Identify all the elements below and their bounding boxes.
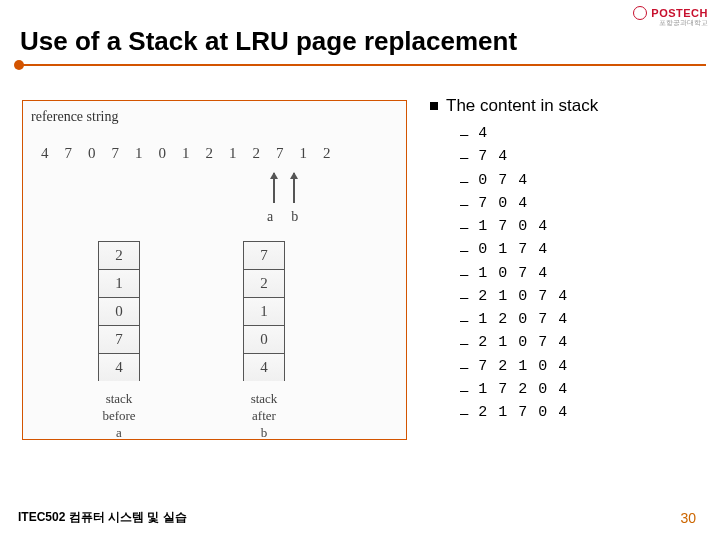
list-item: –7 2 1 0 4 (460, 355, 598, 378)
stack-after-label: stack after b (243, 391, 285, 442)
list-header: The content in stack (430, 96, 598, 116)
list-item: –7 0 4 (460, 192, 598, 215)
ref-val: 2 (206, 145, 214, 162)
list-item-text: 7 4 (478, 145, 508, 168)
figure-box: reference string 4 7 0 7 1 0 1 2 1 2 7 1… (22, 100, 407, 440)
list-item-text: 1 2 0 7 4 (478, 308, 568, 331)
dash-icon: – (460, 215, 468, 238)
stack-label-line: stack (243, 391, 285, 408)
list-item-text: 2 1 7 0 4 (478, 401, 568, 424)
arrow-label-a: a (267, 209, 273, 225)
stack-cell: 7 (98, 325, 140, 353)
list-header-text: The content in stack (446, 96, 598, 116)
logo-emblem-icon (633, 6, 647, 20)
list-item: –7 4 (460, 145, 598, 168)
stack-cell: 7 (243, 241, 285, 269)
square-bullet-icon (430, 102, 438, 110)
dash-icon: – (460, 355, 468, 378)
list-item-text: 1 7 0 4 (478, 215, 548, 238)
ref-val: 1 (300, 145, 308, 162)
list-item-text: 2 1 0 7 4 (478, 285, 568, 308)
ref-val: 0 (159, 145, 167, 162)
list-item-text: 1 0 7 4 (478, 262, 548, 285)
list-item-text: 0 7 4 (478, 169, 528, 192)
stack-before: 2 1 0 7 4 stack before a (98, 241, 140, 442)
arrows-group (273, 173, 295, 203)
stack-cell: 1 (98, 269, 140, 297)
stack-label-line: stack (98, 391, 140, 408)
dash-icon: – (460, 238, 468, 261)
list-item-text: 4 (478, 122, 488, 145)
dash-icon: – (460, 145, 468, 168)
ref-val: 1 (182, 145, 190, 162)
list-item: –0 1 7 4 (460, 238, 598, 261)
stack-after: 7 2 1 0 4 stack after b (243, 241, 285, 442)
slide-title: Use of a Stack at LRU page replacement (20, 26, 517, 57)
dash-icon: – (460, 401, 468, 424)
stack-cell: 4 (98, 353, 140, 381)
stack-label-line: before (98, 408, 140, 425)
stack-cell: 0 (98, 297, 140, 325)
list-item-text: 7 0 4 (478, 192, 528, 215)
stack-cell: 2 (243, 269, 285, 297)
list-item: –0 7 4 (460, 169, 598, 192)
list-item-text: 7 2 1 0 4 (478, 355, 568, 378)
footer-course: ITEC502 컴퓨터 시스템 및 실습 (18, 509, 187, 526)
list-item: –2 1 7 0 4 (460, 401, 598, 424)
stack-label-line: after (243, 408, 285, 425)
ref-val: 1 (135, 145, 143, 162)
content-list: The content in stack –4 –7 4 –0 7 4 –7 0… (430, 96, 598, 424)
arrow-up-icon (293, 173, 295, 203)
dash-icon: – (460, 192, 468, 215)
list-item: –1 0 7 4 (460, 262, 598, 285)
ref-string-row: 4 7 0 7 1 0 1 2 1 2 7 1 2 (41, 145, 331, 162)
list-item: –1 7 2 0 4 (460, 378, 598, 401)
stack-cell: 0 (243, 325, 285, 353)
dash-icon: – (460, 169, 468, 192)
ref-string-label: reference string (31, 109, 398, 125)
list-item: –2 1 0 7 4 (460, 331, 598, 354)
ref-val: 7 (65, 145, 73, 162)
dash-icon: – (460, 122, 468, 145)
list-items: –4 –7 4 –0 7 4 –7 0 4 –1 7 0 4 –0 1 7 4 … (460, 122, 598, 424)
page-number: 30 (680, 510, 696, 526)
title-rule (20, 64, 706, 66)
dash-icon: – (460, 378, 468, 401)
stack-cell: 4 (243, 353, 285, 381)
list-item: –1 2 0 7 4 (460, 308, 598, 331)
dash-icon: – (460, 308, 468, 331)
list-item: –2 1 0 7 4 (460, 285, 598, 308)
list-item-text: 1 7 2 0 4 (478, 378, 568, 401)
logo-subtitle: 포항공과대학교 (659, 18, 708, 28)
list-item: –1 7 0 4 (460, 215, 598, 238)
list-item: –4 (460, 122, 598, 145)
stack-cell: 2 (98, 241, 140, 269)
dash-icon: – (460, 331, 468, 354)
stack-cell: 1 (243, 297, 285, 325)
ref-val: 2 (323, 145, 331, 162)
ref-val: 7 (276, 145, 284, 162)
stack-label-line: b (243, 425, 285, 442)
ref-val: 1 (229, 145, 237, 162)
stack-label-line: a (98, 425, 140, 442)
arrow-label-b: b (291, 209, 298, 225)
stack-before-label: stack before a (98, 391, 140, 442)
list-item-text: 0 1 7 4 (478, 238, 548, 261)
list-item-text: 2 1 0 7 4 (478, 331, 568, 354)
dash-icon: – (460, 262, 468, 285)
ref-val: 7 (112, 145, 120, 162)
arrow-labels: a b (267, 209, 298, 225)
ref-val: 0 (88, 145, 96, 162)
dash-icon: – (460, 285, 468, 308)
ref-val: 2 (253, 145, 261, 162)
arrow-up-icon (273, 173, 275, 203)
ref-val: 4 (41, 145, 49, 162)
